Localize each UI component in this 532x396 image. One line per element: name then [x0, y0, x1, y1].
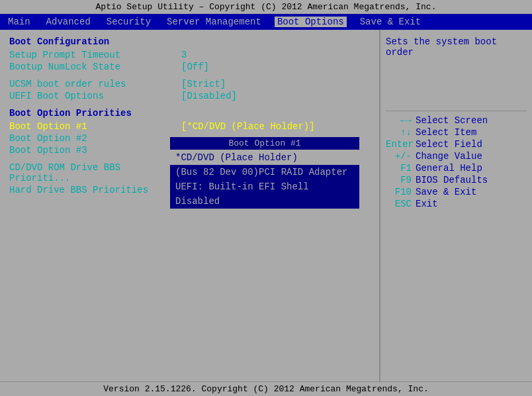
uefi-value[interactable]: [Disabled]: [181, 91, 237, 101]
uefi-label: UEFI Boot Options: [9, 91, 181, 101]
footer: Version 2.15.1226. Copyright (C) 2012 Am…: [0, 381, 532, 396]
right-divider: [386, 111, 527, 111]
menu-server-management[interactable]: Server Management: [164, 17, 264, 27]
title-bar: Aptio Setup Utility – Copyright (C) 2012…: [0, 0, 532, 14]
boot-option-popup: Boot Option #1 *CD/DVD (Place Holder) (B…: [169, 136, 361, 210]
shortcut-key-4: F1: [386, 163, 416, 173]
shortcut-desc-1: Select Item: [416, 127, 476, 138]
footer-text: Version 2.15.1226. Copyright (C) 2012 Am…: [103, 384, 428, 394]
shortcut-key-1: ↑↓: [386, 127, 416, 138]
right-panel: Sets the system boot order ←→Select Scre…: [380, 30, 532, 381]
ucsm-label: UCSM boot order rules: [9, 79, 181, 89]
shortcut-row-1: ↑↓Select Item: [386, 127, 527, 138]
title-text: Aptio Setup Utility – Copyright (C) 2012…: [96, 2, 437, 12]
help-text: Sets the system boot order: [386, 36, 527, 58]
shortcut-row-6: F10Save & Exit: [386, 187, 527, 197]
shortcut-key-3: +/-: [386, 151, 416, 162]
boot-option1-value: [*CD/DVD (Place Holder)]: [181, 121, 315, 132]
menu-advanced[interactable]: Advanced: [44, 17, 93, 27]
ucsm-row: UCSM boot order rules [Strict]: [9, 79, 370, 89]
shortcut-row-7: ESCExit: [386, 199, 527, 209]
popup-option-1[interactable]: (Bus 82 Dev 00)PCI RAID Adapter: [170, 165, 359, 179]
left-panel: Boot Configuration Setup Prompt Timeout …: [0, 30, 379, 381]
shortcut-key-7: ESC: [386, 199, 416, 209]
popup-option-3[interactable]: Disabled: [170, 194, 359, 209]
boot-priorities-title: Boot Option Priorities: [9, 108, 370, 119]
shortcut-key-6: F10: [386, 187, 416, 197]
main-area: Boot Configuration Setup Prompt Timeout …: [0, 30, 532, 381]
menu-save-exit[interactable]: Save & Exit: [357, 17, 423, 27]
shortcut-row-3: +/-Change Value: [386, 151, 527, 162]
shortcut-desc-6: Save & Exit: [416, 187, 476, 197]
shortcut-desc-7: Exit: [416, 199, 438, 209]
shortcut-key-2: Enter: [386, 139, 416, 150]
shortcut-desc-0: Select Screen: [416, 115, 488, 126]
boot-option1-label: Boot Option #1: [9, 121, 181, 132]
menu-security[interactable]: Security: [104, 17, 154, 27]
boot-config-title: Boot Configuration: [9, 36, 370, 47]
harddrive-label: Hard Drive BBS Priorities: [9, 185, 181, 195]
shortcut-desc-4: General Help: [416, 163, 482, 173]
menu-main[interactable]: Main: [5, 17, 33, 27]
bootup-numlock-value[interactable]: [Off]: [181, 62, 209, 72]
popup-option-2[interactable]: UEFI: Built-in EFI Shell: [170, 179, 359, 194]
shortcut-key-0: ←→: [386, 115, 416, 126]
popup-title: Boot Option #1: [170, 137, 359, 150]
boot-option2-label: Boot Option #2: [9, 133, 181, 144]
setup-prompt-value[interactable]: 3: [181, 50, 187, 60]
bootup-numlock-row: Bootup NumLock State [Off]: [9, 62, 370, 72]
boot-option3-label: Boot Option #3: [9, 145, 181, 156]
setup-prompt-row: Setup Prompt Timeout 3: [9, 50, 370, 60]
menu-bar: Main Advanced Security Server Management…: [0, 14, 532, 30]
uefi-row: UEFI Boot Options [Disabled]: [9, 91, 370, 101]
shortcut-row-5: F9BIOS Defaults: [386, 175, 527, 185]
ucsm-value[interactable]: [Strict]: [181, 79, 226, 89]
shortcut-desc-5: BIOS Defaults: [416, 175, 488, 185]
cddvd-label: CD/DVD ROM Drive BBS Prioriti...: [9, 162, 181, 183]
shortcut-desc-3: Change Value: [416, 151, 482, 162]
shortcut-section: ←→Select Screen↑↓Select ItemEnterSelect …: [386, 115, 527, 209]
bootup-numlock-label: Bootup NumLock State: [9, 62, 181, 72]
menu-boot-options[interactable]: Boot Options: [275, 17, 347, 27]
shortcut-desc-2: Select Field: [416, 139, 482, 150]
popup-option-0[interactable]: *CD/DVD (Place Holder): [170, 150, 359, 165]
shortcut-row-0: ←→Select Screen: [386, 115, 527, 126]
shortcut-row-2: EnterSelect Field: [386, 139, 527, 150]
setup-prompt-label: Setup Prompt Timeout: [9, 50, 181, 60]
shortcut-key-5: F9: [386, 175, 416, 185]
shortcut-row-4: F1General Help: [386, 163, 527, 173]
boot-option1-row[interactable]: Boot Option #1 [*CD/DVD (Place Holder)]: [9, 121, 370, 132]
